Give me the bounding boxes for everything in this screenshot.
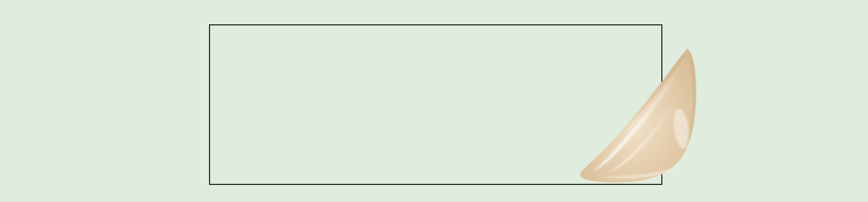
foundation-swatch bbox=[580, 43, 702, 183]
